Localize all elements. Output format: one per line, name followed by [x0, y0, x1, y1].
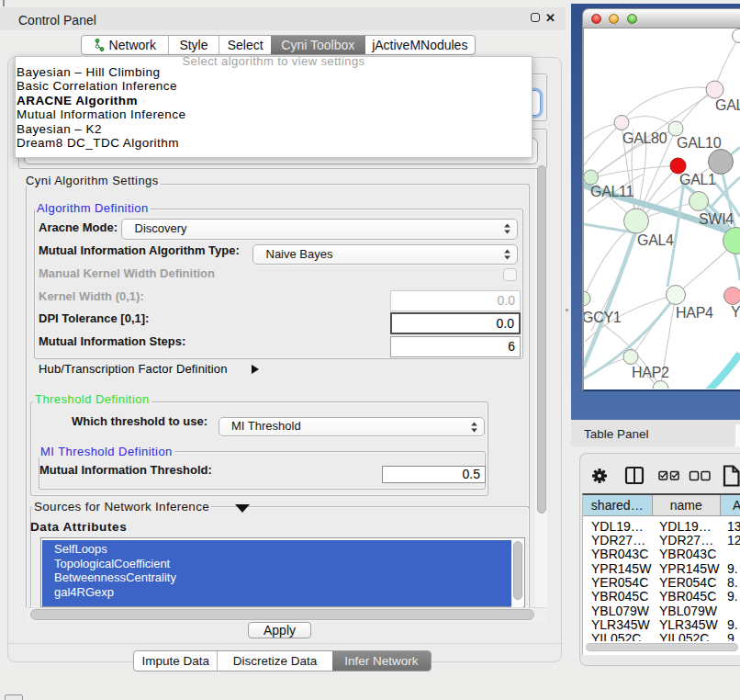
svg-text:GAL80: GAL80 [622, 130, 667, 146]
svg-text:HAP2: HAP2 [632, 365, 669, 380]
svg-text:GAL: GAL [715, 97, 740, 113]
svg-text:GAL4: GAL4 [637, 232, 674, 248]
svg-text:Y: Y [731, 304, 740, 320]
svg-text:GAL10: GAL10 [677, 135, 722, 151]
svg-text:GAL1: GAL1 [679, 172, 716, 187]
svg-text:GAL11: GAL11 [590, 184, 634, 199]
svg-text:HAP4: HAP4 [676, 305, 713, 321]
svg-text:GCY1: GCY1 [584, 310, 622, 325]
svg-text:SWI4: SWI4 [699, 211, 734, 227]
